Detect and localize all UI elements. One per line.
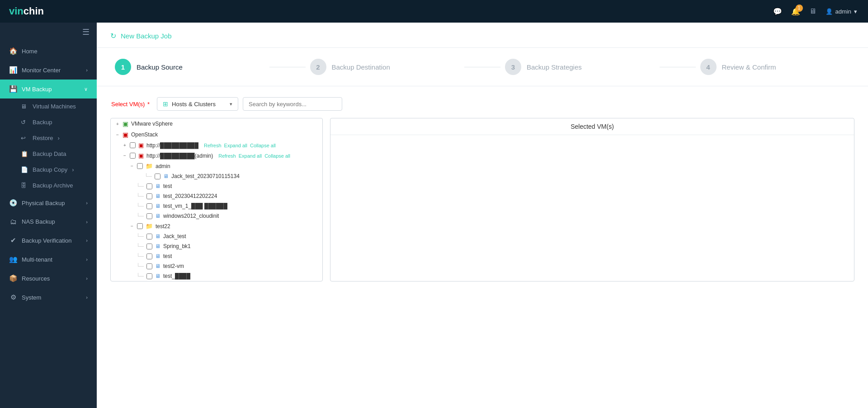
- tree-panel[interactable]: + ▣ VMware vSphere − ▣ OpenStack +: [110, 118, 323, 281]
- sidebar-item-nas-backup[interactable]: 🗂 NAS Backup ›: [0, 212, 97, 231]
- wizard-step-3[interactable]: 3 Backup Strategies: [505, 59, 655, 75]
- admin-folder-icon: 📁: [146, 163, 153, 169]
- wizard-step-2[interactable]: 2 Backup Destination: [310, 59, 460, 75]
- vm-jack-icon: 🖥: [163, 173, 169, 179]
- vm-search-input[interactable]: [243, 97, 342, 111]
- notification-badge: 1: [796, 5, 803, 12]
- sidebar-item-backup-verification[interactable]: ✔ Backup Verification ›: [0, 231, 97, 250]
- expand-openstack-icon[interactable]: −: [114, 132, 121, 137]
- sidebar-item-label: Virtual Machines: [33, 103, 76, 110]
- tree-node-windows[interactable]: └─ 🖥 windows2012_cloudinit: [111, 211, 322, 221]
- refresh-http1-button[interactable]: Refresh: [204, 143, 222, 148]
- sidebar-item-physical-backup[interactable]: 💿 Physical Backup ›: [0, 193, 97, 212]
- monitor-display-icon[interactable]: 🖥: [809, 7, 816, 15]
- hosts-clusters-dropdown[interactable]: ⊞ Hosts & Clusters ▾: [157, 97, 238, 111]
- sidebar-item-vm-backup[interactable]: 💾 VM Backup ∨: [0, 80, 97, 98]
- sidebar-item-label: VM Backup: [22, 86, 52, 93]
- sidebar-item-label: Physical Backup: [22, 200, 65, 206]
- tree-node-admin-folder[interactable]: − 📁 admin: [111, 161, 322, 171]
- sidebar-item-backup-copy[interactable]: 📄 Backup Copy ›: [0, 162, 97, 178]
- sidebar-item-monitor-center[interactable]: 📊 Monitor Center ›: [0, 61, 97, 80]
- step-3-circle: 3: [505, 59, 521, 75]
- checkbox-spring[interactable]: [146, 244, 152, 249]
- sidebar-item-virtual-machines[interactable]: 🖥 Virtual Machines: [0, 98, 97, 114]
- step-connector-1: [269, 67, 306, 67]
- chevron-down-icon: ▾: [854, 8, 857, 15]
- expand-test22-icon[interactable]: −: [129, 224, 135, 229]
- sidebar-item-label: Restore: [33, 135, 53, 141]
- logo-suffix: chin: [24, 5, 44, 17]
- messages-icon[interactable]: 💬: [773, 7, 782, 16]
- checkbox-test-date[interactable]: [146, 193, 152, 199]
- tree-node-test-blurred[interactable]: └─ 🖥 test_████: [111, 271, 322, 281]
- tree-node-jack-test[interactable]: · └─ 🖥 Jack_test_20230710115134: [111, 171, 322, 181]
- checkbox-test-blurred[interactable]: [146, 273, 152, 279]
- tree-node-vsphere[interactable]: + ▣ VMware vSphere: [111, 118, 322, 129]
- tree-node-test22-test[interactable]: └─ 🖥 test: [111, 251, 322, 261]
- tree-node-jack-test2[interactable]: └─ 🖥 Jack_test: [111, 231, 322, 241]
- sidebar-item-resources[interactable]: 📦 Resources ›: [0, 269, 97, 288]
- expand-admin-icon[interactable]: −: [129, 164, 135, 169]
- vm-selector-row: Select VM(s) * ⊞ Hosts & Clusters ▾: [110, 97, 854, 111]
- sidebar-item-backup[interactable]: ↺ Backup: [0, 114, 97, 130]
- expand-http2-icon[interactable]: −: [122, 153, 128, 158]
- collapse-all-http2-button[interactable]: Collapse all: [264, 153, 290, 159]
- checkbox-test22-test[interactable]: [146, 253, 152, 259]
- checkbox-test-vm1[interactable]: [146, 203, 152, 209]
- line-icon: └─: [136, 263, 144, 269]
- sidebar-item-multi-tenant[interactable]: 👥 Multi-tenant ›: [0, 250, 97, 269]
- page-content: ↻ New Backup Job 1 Backup Source 2 Backu…: [97, 23, 868, 408]
- checkbox-http2[interactable]: [130, 153, 136, 159]
- tree-node-openstack[interactable]: − ▣ OpenStack: [111, 129, 322, 140]
- sidebar-item-label: Multi-tenant: [22, 256, 52, 263]
- checkbox-admin[interactable]: [137, 163, 143, 169]
- checkbox-http1[interactable]: [130, 142, 136, 148]
- sidebar-toggle-area: ☰: [0, 23, 97, 42]
- vm-test22-icon: 🖥: [155, 253, 160, 259]
- tree-node-test1[interactable]: └─ 🖥 test: [111, 181, 322, 191]
- checkbox-test1[interactable]: [146, 183, 152, 189]
- expand-http1-icon[interactable]: +: [122, 143, 128, 148]
- sidebar-item-backup-archive[interactable]: 🗄 Backup Archive: [0, 178, 97, 193]
- sidebar-item-backup-data[interactable]: 📋 Backup Data: [0, 146, 97, 162]
- sidebar-item-label: Backup Copy: [33, 166, 67, 173]
- chevron-right-icon: ›: [86, 276, 88, 281]
- tree-node-test-vm1[interactable]: └─ 🖥 test_vm_1_███ ██████: [111, 201, 322, 211]
- refresh-http2-button[interactable]: Refresh: [218, 153, 236, 159]
- notifications-icon[interactable]: 🔔 1: [791, 7, 800, 16]
- step-2-circle: 2: [310, 59, 326, 75]
- expand-vsphere-icon[interactable]: +: [114, 122, 121, 127]
- step-1-circle: 1: [115, 59, 131, 75]
- tree-node-spring-bk1[interactable]: └─ 🖥 Spring_bk1: [111, 241, 322, 251]
- checkbox-test2-vm[interactable]: [146, 263, 152, 269]
- tree-node-test2-vm[interactable]: └─ 🖥 test2-vm: [111, 261, 322, 271]
- sidebar-item-restore[interactable]: ↩ Restore ›: [0, 130, 97, 146]
- system-icon: ⚙: [9, 293, 17, 301]
- checkbox-windows[interactable]: [146, 213, 152, 219]
- physical-backup-icon: 💿: [9, 199, 17, 207]
- wizard-step-1[interactable]: 1 Backup Source: [115, 59, 265, 75]
- panels: + ▣ VMware vSphere − ▣ OpenStack +: [110, 118, 854, 281]
- checkbox-jack-test2[interactable]: [146, 234, 152, 239]
- wizard-step-4[interactable]: 4 Review & Confirm: [700, 59, 850, 75]
- http2-actions: Refresh Expand all Collapse all: [218, 153, 290, 159]
- collapse-all-http1-button[interactable]: Collapse all: [250, 143, 276, 148]
- tree-node-test-date[interactable]: └─ 🖥 test_20230412202224: [111, 191, 322, 201]
- tree-node-http2[interactable]: − ▣ http://█████████(admin) Refresh Expa…: [111, 150, 322, 161]
- sidebar-item-home[interactable]: 🏠 Home: [0, 42, 97, 61]
- sidebar-item-system[interactable]: ⚙ System ›: [0, 288, 97, 307]
- tree-node-http1[interactable]: + ▣ http://██████████ Refresh Expand all…: [111, 140, 322, 150]
- vm-test-date-icon: 🖥: [155, 193, 160, 199]
- sidebar-item-label: Backup: [33, 119, 52, 126]
- sidebar-toggle-button[interactable]: ☰: [82, 27, 90, 37]
- checkbox-test22[interactable]: [137, 223, 143, 229]
- expand-all-http1-button[interactable]: Expand all: [224, 143, 247, 148]
- checkbox-jack-test[interactable]: [155, 174, 160, 179]
- test22-folder-icon: 📁: [146, 223, 153, 230]
- required-marker: *: [146, 101, 150, 108]
- home-icon: 🏠: [9, 47, 17, 55]
- user-menu[interactable]: 👤 admin ▾: [826, 8, 857, 15]
- expand-all-http2-button[interactable]: Expand all: [239, 153, 262, 159]
- tree-node-test22-folder[interactable]: − 📁 test22: [111, 221, 322, 231]
- backup-archive-icon: 🗄: [21, 182, 28, 189]
